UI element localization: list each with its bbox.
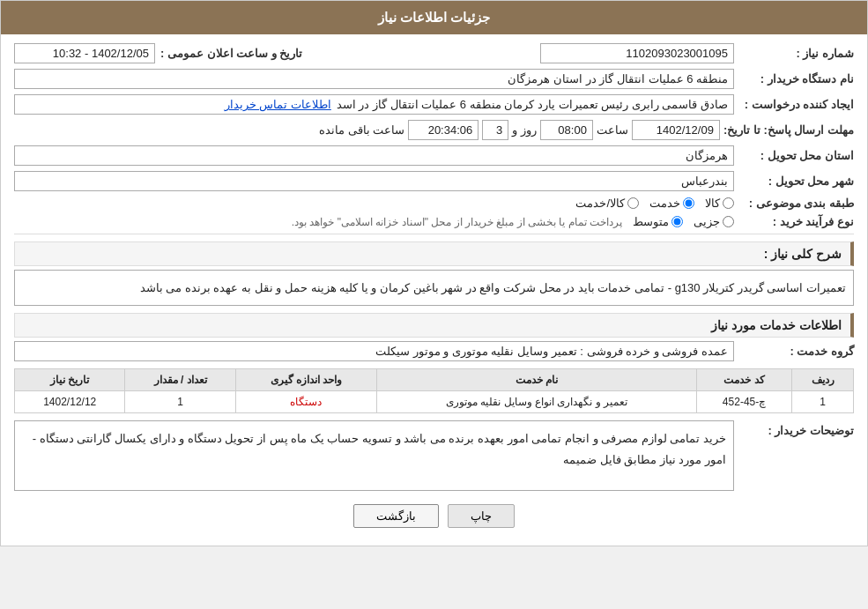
province-value: هرمزگان	[14, 145, 734, 166]
category-radio-both[interactable]	[627, 197, 639, 209]
cell-name: تعمیر و نگهداری انواع وسایل نقلیه موتوری	[377, 391, 697, 413]
date-value: 1402/12/05 - 10:32	[14, 43, 155, 63]
deadline-time-label: ساعت	[597, 123, 628, 137]
request-number-row: شماره نیاز : 1102093023001095 تاریخ و سا…	[14, 43, 854, 63]
services-table-section: ردیف کد خدمت نام خدمت واحد اندازه گیری ت…	[14, 368, 854, 413]
service-group-value: عمده فروشی و خرده فروشی : تعمیر وسایل نق…	[14, 341, 734, 361]
services-table: ردیف کد خدمت نام خدمت واحد اندازه گیری ت…	[14, 368, 854, 413]
city-value: بندرعباس	[14, 171, 734, 191]
contact-link[interactable]: اطلاعات تماس خریدار	[225, 98, 331, 111]
process-note: پرداخت تمام یا بخشی از مبلغ خریدار از مح…	[292, 216, 622, 228]
buyer-row: نام دستگاه خریدار : منطقه 6 عملیات انتقا…	[14, 69, 854, 89]
deadline-days-label: روز و	[512, 123, 537, 137]
category-option-both[interactable]: کالا/خدمت	[575, 197, 639, 210]
back-button[interactable]: بازگشت	[353, 504, 439, 528]
process-label: نوع فرآیند خرید :	[739, 215, 854, 228]
buyer-desc-value: خرید تمامی لوازم مصرفی و انجام تمامی امو…	[14, 420, 734, 491]
deadline-label: مهلت ارسال پاسخ: تا تاریخ:	[723, 123, 854, 137]
page-title: جزئیات اطلاعات نیاز	[378, 10, 490, 25]
buyer-label: نام دستگاه خریدار :	[739, 72, 854, 85]
content-area: شماره نیاز : 1102093023001095 تاریخ و سا…	[1, 34, 867, 546]
buyer-desc-row: توضیحات خریدار : خرید تمامی لوازم مصرفی …	[14, 420, 854, 491]
creator-text: صادق قاسمی رابری رئیس تعمیرات یارد کرمان…	[337, 98, 728, 111]
col-name: نام خدمت	[377, 369, 697, 391]
table-row: 1 چ-45-452 تعمیر و نگهداری انواع وسایل ن…	[15, 391, 854, 413]
main-container: جزئیات اطلاعات نیاز شماره نیاز : 1102093…	[0, 0, 868, 546]
category-label-kala: کالا	[705, 197, 720, 210]
divider-1	[14, 234, 854, 234]
category-options: کالا خدمت کالا/خدمت	[575, 197, 734, 210]
category-option-kala[interactable]: کالا	[705, 197, 734, 210]
creator-label: ایجاد کننده درخواست :	[739, 98, 854, 111]
deadline-remaining-label: ساعت باقی مانده	[319, 123, 404, 137]
col-unit: واحد اندازه گیری	[235, 369, 377, 391]
city-label: شهر محل تحویل :	[739, 175, 854, 188]
deadline-time: 08:00	[540, 120, 593, 140]
process-option-jozee[interactable]: جزیی	[694, 215, 734, 228]
creator-row: ایجاد کننده درخواست : صادق قاسمی رابری ر…	[14, 94, 854, 115]
category-option-service[interactable]: خدمت	[649, 197, 694, 210]
col-code: کد خدمت	[697, 369, 792, 391]
process-radio-jozee[interactable]	[723, 216, 734, 227]
province-label: استان محل تحویل :	[739, 149, 854, 162]
page-header: جزئیات اطلاعات نیاز	[1, 1, 867, 34]
process-radio-motavas[interactable]	[671, 216, 683, 227]
service-group-label: گروه خدمت :	[739, 345, 854, 358]
creator-value: صادق قاسمی رابری رئیس تعمیرات یارد کرمان…	[14, 94, 734, 115]
request-number-label: شماره نیاز :	[739, 47, 854, 60]
category-row: طبقه بندی موضوعی : کالا خدمت کالا/خدمت	[14, 197, 854, 210]
process-options-area: جزیی متوسط پرداخت تمام یا بخشی از مبلغ خ…	[14, 215, 734, 228]
date-label: تاریخ و ساعت اعلان عمومی :	[160, 47, 302, 60]
cell-code: چ-45-452	[697, 391, 792, 413]
table-header-row: ردیف کد خدمت نام خدمت واحد اندازه گیری ت…	[15, 369, 854, 391]
category-label-service: خدمت	[649, 197, 680, 210]
buttons-row: چاپ بازگشت	[14, 504, 854, 528]
category-label-both: کالا/خدمت	[575, 197, 625, 210]
description-box: تعمیرات اساسی گریدر کتریلار g130 - تمامی…	[14, 270, 854, 306]
category-radio-service[interactable]	[683, 197, 694, 209]
category-label: طبقه بندی موضوعی :	[739, 197, 854, 210]
cell-date: 1402/12/12	[15, 391, 125, 413]
city-row: شهر محل تحویل : بندرعباس	[14, 171, 854, 191]
request-number-value: 1102093023001095	[540, 43, 734, 63]
buyer-value: منطقه 6 عملیات انتقال گاز در استان هرمزگ…	[14, 69, 734, 89]
deadline-days: 3	[482, 120, 508, 140]
description-section-title: شرح کلی نیاز :	[14, 241, 854, 266]
col-date: تاریخ نیاز	[15, 369, 125, 391]
deadline-remaining: 20:34:06	[408, 120, 479, 140]
process-label-motavas: متوسط	[633, 215, 669, 228]
deadline-date: 1402/12/09	[632, 120, 720, 140]
col-row: ردیف	[792, 369, 854, 391]
deadline-row: مهلت ارسال پاسخ: تا تاریخ: 1402/12/09 سا…	[14, 120, 854, 140]
service-info-title: اطلاعات خدمات مورد نیاز	[14, 313, 854, 338]
print-button[interactable]: چاپ	[448, 504, 515, 528]
process-row: نوع فرآیند خرید : جزیی متوسط پرداخت تمام…	[14, 215, 854, 228]
service-group-row: گروه خدمت : عمده فروشی و خرده فروشی : تع…	[14, 341, 854, 361]
process-label-jozee: جزیی	[694, 215, 720, 228]
cell-count: 1	[125, 391, 235, 413]
col-count: تعداد / مقدار	[125, 369, 235, 391]
category-radio-kala[interactable]	[723, 197, 734, 209]
process-option-motavas[interactable]: متوسط	[633, 215, 683, 228]
buyer-desc-label: توضیحات خریدار :	[739, 420, 854, 437]
cell-unit: دستگاه	[235, 391, 377, 413]
cell-row: 1	[792, 391, 854, 413]
province-row: استان محل تحویل : هرمزگان	[14, 145, 854, 166]
